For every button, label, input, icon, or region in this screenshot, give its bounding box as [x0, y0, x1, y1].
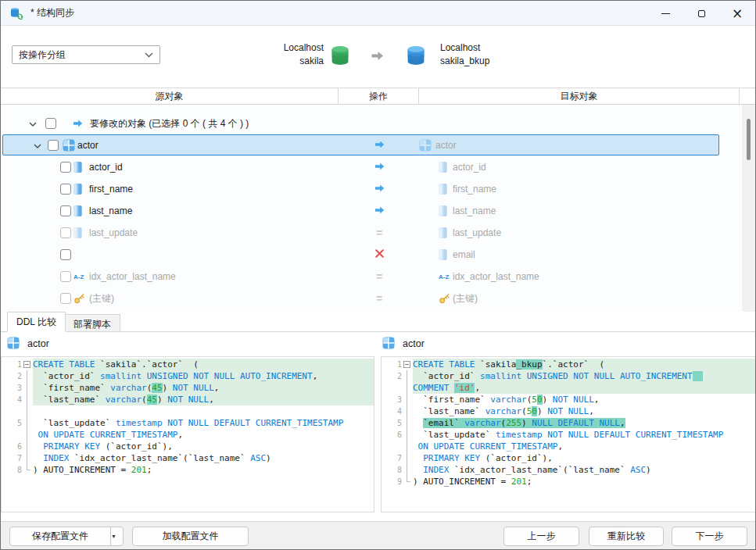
fold-marker	[22, 464, 33, 476]
target-object-label: last_name	[453, 205, 496, 216]
code-token: 'id'	[454, 383, 475, 393]
code-line: 4 `last_name` varchar(50) NOT NULL,	[382, 405, 756, 417]
code-line: ON UPDATE CURRENT_TIMESTAMP,	[382, 441, 756, 452]
tree-scrollbar-thumb[interactable]	[747, 119, 751, 160]
column-header-operation[interactable]: 操作	[339, 88, 419, 105]
target-object-label: actor_id	[453, 162, 486, 173]
code-token: `idx_actor_last_name`(`last_name`	[74, 453, 250, 463]
row-checkbox[interactable]	[60, 293, 71, 304]
tab-deploy-script[interactable]: 部署脚本	[64, 314, 120, 332]
fold-marker: −	[22, 359, 33, 370]
ddl-target-editor[interactable]: 1−CREATE TABLE `sakila_bkup`.`actor` (2 …	[381, 356, 756, 512]
column-header-target[interactable]: 目标对象	[419, 88, 740, 105]
code-token: ON UPDATE CURRENT_TIMESTAMP	[33, 430, 177, 440]
fold-marker	[402, 452, 413, 464]
code-token: varchar	[464, 418, 500, 428]
target-object-label: last_update	[453, 227, 501, 238]
row-checkbox[interactable]	[60, 249, 71, 260]
key-icon	[439, 293, 450, 305]
row-checkbox[interactable]	[60, 162, 71, 173]
row-checkbox[interactable]	[60, 184, 71, 195]
source-database: sakila	[284, 55, 324, 68]
column-icon	[439, 249, 447, 261]
chevron-down-icon[interactable]	[34, 140, 41, 151]
grid-header: 源对象 操作 目标对象	[1, 88, 755, 105]
code-line: 5 `email` varchar(255) NULL DEFAULT NULL…	[382, 417, 756, 429]
column-icon	[73, 205, 82, 217]
code-line: 1−CREATE TABLE `sakila_bkup`.`actor` (	[382, 359, 756, 370]
tree-row-first_name[interactable]: first_namefirst_name	[1, 178, 738, 200]
tree-scrollbar[interactable]	[742, 105, 755, 312]
op-sync-arrow-icon	[373, 184, 385, 195]
code-text: CREATE TABLE `sakila`.`actor` (	[33, 359, 374, 370]
grouping-select[interactable]: 按操作分组	[12, 45, 160, 64]
code-token: varchar	[106, 395, 142, 405]
tab-ddl-compare[interactable]: DDL 比较	[7, 312, 66, 332]
next-step-button[interactable]: 下一步	[672, 527, 747, 546]
code-token: varchar	[485, 406, 521, 416]
sync-direction-arrow-icon	[371, 51, 384, 63]
code-token: )	[157, 395, 167, 405]
code-text: `actor_id` smallint UNSIGNED NOT NULL AU…	[33, 370, 374, 382]
chevron-down-icon[interactable]	[29, 118, 37, 129]
tree-row-actor_id[interactable]: actor_idactor_id	[1, 156, 738, 178]
tree-row-(主键)[interactable]: (主键)=(主键)	[1, 288, 738, 309]
code-token: (	[142, 395, 147, 405]
line-number: 2	[2, 370, 22, 382]
tree-group-row[interactable]: 要修改的对象 (已选择 0 个 ( 共 4 个 ) )	[1, 112, 738, 134]
fold-marker	[22, 441, 33, 452]
code-token: )	[543, 395, 553, 405]
close-button[interactable]: ×	[719, 1, 755, 26]
code-text: `first_name` varchar(45) NOT NULL,	[33, 382, 374, 394]
code-token: )	[646, 465, 651, 475]
recompare-button[interactable]: 重新比较	[589, 527, 664, 546]
line-number	[382, 382, 402, 394]
code-token: timestamp NOT NULL DEFAULT CURRENT_TIMES…	[116, 418, 343, 428]
save-profile-button[interactable]: 保存配置文件 ▼	[9, 527, 124, 546]
code-token: smallint UNSIGNED NOT NULL AUTO_INCREMEN…	[480, 371, 693, 381]
code-token: CREATE TABLE	[33, 359, 100, 370]
previous-step-button[interactable]: 上一步	[503, 527, 579, 546]
target-database: sakila_bkup	[440, 55, 489, 68]
maximize-button[interactable]	[683, 1, 719, 26]
fold-marker	[22, 417, 33, 429]
source-database-icon	[329, 44, 351, 67]
row-checkbox[interactable]	[60, 227, 71, 238]
target-object-label: first_name	[453, 184, 496, 195]
tree-row-idx_actor_last_name[interactable]: A-Zidx_actor_last_name=A-Zidx_actor_last…	[1, 266, 738, 288]
fold-marker	[22, 370, 33, 382]
code-token: NOT NULL	[547, 406, 589, 416]
target-object-label: (主键)	[453, 292, 478, 305]
code-line: 8) AUTO_INCREMENT = 201;	[2, 464, 374, 476]
tree-row-last_update[interactable]: last_update=last_update	[1, 222, 738, 244]
code-text: `first_name` varchar(50) NOT NULL,	[413, 394, 756, 405]
tree-row-actor[interactable]: actoractor	[1, 134, 738, 156]
row-checkbox[interactable]	[60, 205, 71, 216]
ddl-source-editor[interactable]: 1−CREATE TABLE `sakila`.`actor` (2 `acto…	[1, 356, 374, 512]
code-text: `last_update` timestamp NOT NULL DEFAULT…	[33, 417, 374, 429]
code-token: CREATE TABLE	[413, 359, 480, 370]
load-profile-button[interactable]: 加载配置文件	[132, 527, 249, 546]
code-line: 8 INDEX `idx_actor_last_name`(`last_name…	[382, 464, 756, 476]
save-profile-dropdown-icon[interactable]: ▼	[111, 534, 123, 539]
tree-row-last_name[interactable]: last_namelast_name	[1, 200, 738, 222]
fold-marker	[402, 429, 413, 441]
row-checkbox[interactable]	[48, 140, 59, 151]
column-icon	[439, 227, 447, 239]
structure-sync-window: * 结构同步 × 按操作分组 Localhost sakila	[0, 0, 756, 550]
group-checkbox[interactable]	[45, 118, 56, 129]
tree-row-email[interactable]: email	[1, 244, 738, 266]
column-header-source[interactable]: 源对象	[1, 88, 339, 105]
line-number	[2, 429, 22, 441]
bottom-tabs: DDL 比较 部署脚本	[1, 312, 755, 332]
code-token	[413, 453, 423, 463]
source-object-label: first_name	[89, 184, 133, 195]
line-number: 5	[2, 417, 22, 429]
minimize-button[interactable]	[647, 1, 683, 26]
code-token: `first_name`	[413, 395, 490, 405]
row-checkbox[interactable]	[60, 271, 71, 282]
close-icon: ×	[732, 7, 743, 20]
code-line: 4 `last_name` varchar(45) NOT NULL,	[2, 394, 374, 405]
target-object-label: email	[453, 249, 475, 260]
line-number: 6	[382, 429, 402, 441]
